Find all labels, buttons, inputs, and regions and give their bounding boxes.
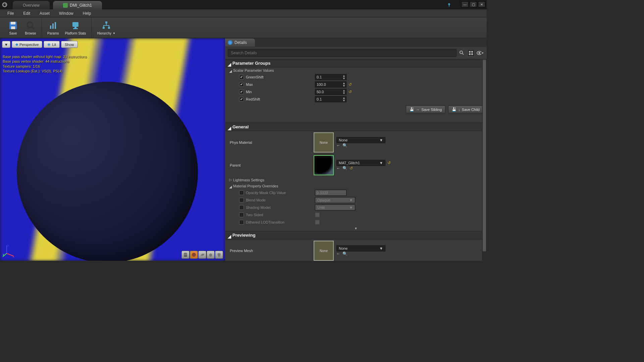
spinner-arrows-icon[interactable]: ▲▼ — [342, 89, 345, 95]
preview-mesh-dropdown[interactable]: None▼ — [336, 245, 385, 251]
minimize-button[interactable]: — — [461, 1, 469, 7]
platform-stats-button[interactable]: Platform Stats — [63, 19, 88, 37]
property-matrix-button[interactable] — [467, 49, 475, 57]
svg-rect-10 — [73, 28, 78, 29]
menu-asset[interactable]: Asset — [35, 11, 54, 16]
svg-rect-1 — [11, 22, 15, 24]
checkbox-dithered-lod[interactable] — [239, 220, 244, 225]
subcategory-lightmass[interactable]: ▷Lightmass Settings — [225, 177, 487, 183]
stat-line: Base pass vertex shader: 44 instructions — [3, 59, 87, 64]
svg-text:y: y — [3, 253, 4, 256]
svg-point-3 — [27, 22, 33, 27]
svg-line-16 — [7, 253, 13, 256]
category-parameter-groups[interactable]: ◢Parameter Groups — [225, 59, 487, 67]
sphere-primitive-button[interactable] — [190, 251, 198, 259]
svg-rect-28 — [469, 53, 471, 55]
category-previewing[interactable]: ◢Previewing — [225, 231, 487, 239]
spinner-arrows-icon[interactable]: ▲▼ — [342, 97, 345, 102]
svg-line-4 — [32, 27, 34, 29]
checkbox-redshift[interactable] — [239, 97, 244, 102]
checkbox-min[interactable] — [239, 89, 244, 94]
spinner-greenshift[interactable]: 0.1▲▼ — [315, 74, 346, 80]
mesh-primitive-button[interactable] — [215, 251, 223, 259]
lit-button[interactable]: ◉Lit — [44, 41, 60, 48]
use-selected-icon[interactable]: ← — [336, 143, 340, 148]
plane-primitive-button[interactable] — [198, 251, 206, 259]
details-tab[interactable]: Details — [225, 39, 255, 47]
reset-icon[interactable]: ↺ — [348, 82, 352, 87]
expand-indicator[interactable]: ▼ — [225, 226, 487, 231]
menu-help[interactable]: Help — [78, 11, 96, 16]
phys-material-dropdown[interactable]: None▼ — [336, 137, 385, 143]
save-sibling-button[interactable]: 💾→ Save Sibling — [406, 106, 445, 113]
material-instance-icon — [63, 3, 68, 8]
perspective-button[interactable]: ◆Perspective — [12, 41, 42, 48]
spinner-max[interactable]: 100.0▲▼ — [315, 81, 346, 87]
show-button[interactable]: Show — [61, 41, 78, 48]
main-split: ▼ ◆Perspective ◉Lit Show Base pass shade… — [0, 38, 487, 261]
cylinder-primitive-button[interactable] — [181, 251, 190, 259]
chevron-down-icon: ▼ — [113, 32, 115, 35]
use-selected-icon[interactable]: ← — [336, 166, 340, 171]
save-buttons-row: 💾→ Save Sibling 💾↓ Save Child — [225, 103, 487, 116]
tab-asset[interactable]: DMI_Glitch1 — [53, 1, 102, 9]
menu-window[interactable]: Window — [54, 11, 78, 16]
checkbox-max[interactable] — [239, 82, 244, 87]
menu-file[interactable]: File — [3, 11, 18, 16]
parent-dropdown[interactable]: MAT_Glitch1▼ — [336, 160, 385, 166]
subcategory-scalar[interactable]: ◢Scalar Parameter Values — [225, 67, 487, 73]
spinner-redshift[interactable]: 0.1▲▼ — [315, 96, 346, 102]
window-controls: — ▢ ✕ — [461, 1, 485, 7]
checkbox-blend-mode[interactable] — [239, 198, 244, 202]
prop-parent: Parent MAT_Glitch1▼ ↺ ←🔍↺ — [225, 154, 487, 177]
search-input[interactable] — [228, 49, 457, 57]
viewport[interactable]: ▼ ◆Perspective ◉Lit Show Base pass shade… — [0, 38, 225, 261]
svg-line-25 — [462, 53, 464, 55]
spinner-arrows-icon[interactable]: ▲▼ — [342, 74, 345, 80]
checkbox-opacity-mask[interactable] — [239, 190, 244, 195]
subcategory-overrides[interactable]: ◢Material Property Overrides — [225, 183, 487, 189]
save-child-button[interactable]: 💾↓ Save Child — [448, 106, 483, 113]
save-icon: 💾 — [452, 107, 457, 112]
preview-mesh-thumb[interactable]: None — [314, 241, 334, 261]
stat-line: Texture samplers: 1/16 — [3, 64, 87, 69]
browse-asset-icon[interactable]: 🔍 — [342, 251, 347, 256]
reset-icon[interactable]: ↺ — [387, 161, 391, 165]
scrollbar[interactable] — [482, 59, 487, 261]
checkbox-shading-model[interactable] — [239, 205, 244, 210]
toolbar: Save Browse Params Platform Stats Hierar… — [0, 17, 487, 38]
save-button[interactable]: Save — [5, 19, 21, 37]
browse-asset-icon[interactable]: 🔍 — [342, 166, 347, 171]
save-icon — [7, 20, 19, 31]
checkbox-two-sided[interactable] — [239, 213, 244, 217]
cube-primitive-button[interactable] — [207, 251, 215, 259]
parent-thumb[interactable] — [314, 155, 334, 175]
search-row: ▼ — [225, 47, 487, 59]
phys-material-thumb[interactable]: None — [314, 132, 334, 153]
triangle-down-icon: ◢ — [229, 69, 232, 72]
maximize-button[interactable]: ▢ — [470, 1, 477, 7]
tab-overview[interactable]: Overview — [13, 1, 50, 9]
spinner-arrows-icon[interactable]: ▲▼ — [342, 82, 345, 87]
viewport-options-button[interactable]: ▼ — [2, 41, 10, 48]
browse-asset-icon[interactable]: 🔍 — [342, 143, 347, 148]
scrollbar-thumb[interactable] — [483, 60, 486, 251]
reset-icon[interactable]: ↺ — [350, 166, 353, 171]
eye-icon[interactable]: ▼ — [477, 49, 484, 57]
chevron-down-icon: ▼ — [379, 246, 383, 250]
hierarchy-icon — [101, 20, 112, 31]
search-icon[interactable] — [459, 50, 465, 56]
source-control-icon[interactable] — [447, 3, 451, 7]
menu-edit[interactable]: Edit — [18, 11, 35, 16]
reset-icon[interactable]: ↺ — [348, 89, 352, 94]
params-button[interactable]: Params — [45, 19, 61, 37]
tab-overview-label: Overview — [23, 3, 40, 8]
close-button[interactable]: ✕ — [478, 1, 485, 7]
browse-button[interactable]: Browse — [23, 19, 38, 37]
triangle-down-icon: ◢ — [229, 185, 232, 187]
category-general[interactable]: ◢General — [225, 123, 487, 131]
hierarchy-button[interactable]: Hierarchy▼ — [95, 19, 117, 37]
use-selected-icon[interactable]: ← — [336, 251, 340, 256]
spinner-min[interactable]: 50.0▲▼ — [315, 89, 346, 95]
checkbox-greenshift[interactable] — [239, 75, 244, 79]
